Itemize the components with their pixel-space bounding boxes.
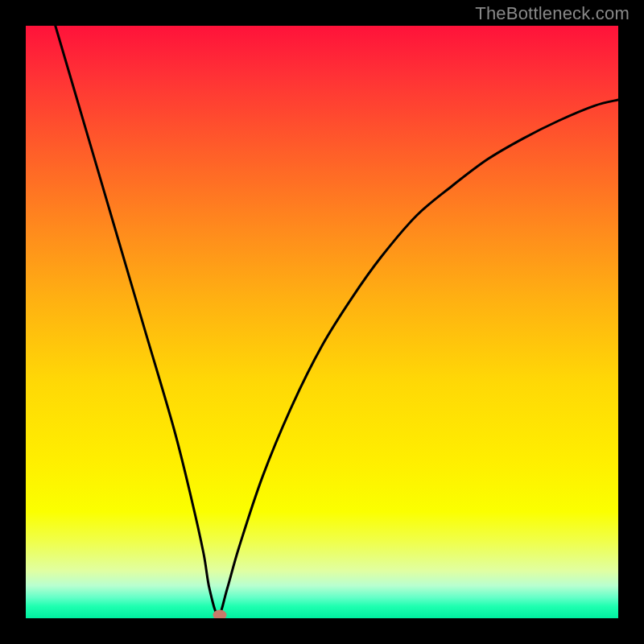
plot-area — [26, 26, 618, 618]
watermark-text: TheBottleneck.com — [475, 3, 630, 24]
optimal-point-marker — [213, 610, 226, 618]
bottleneck-curve — [26, 26, 618, 618]
chart-frame: TheBottleneck.com — [0, 0, 644, 644]
